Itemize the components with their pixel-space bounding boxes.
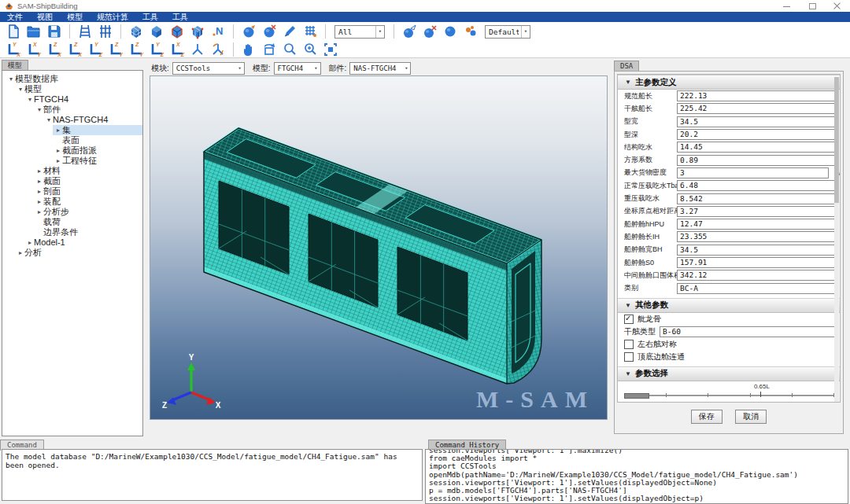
tab-model-tree[interactable]: 模型 bbox=[2, 60, 28, 71]
menu-item[interactable]: 工具 bbox=[165, 12, 195, 22]
rotate-triad-icon[interactable] bbox=[210, 42, 226, 57]
tree-item[interactable]: ▾ FTGCH4 bbox=[2, 94, 142, 105]
view-front-icon[interactable]: YX bbox=[6, 42, 21, 57]
tree-item[interactable]: ▸ 工程特征 bbox=[2, 156, 142, 166]
tree-item[interactable]: ▸ 集 bbox=[2, 125, 142, 135]
parameter-input[interactable]: 34.5 bbox=[677, 245, 835, 256]
view-iso2-icon[interactable]: YZ bbox=[149, 42, 164, 57]
tree-expand-arrow[interactable]: ▸ bbox=[54, 125, 62, 135]
close-button[interactable] bbox=[825, 0, 850, 12]
section-header-other-params[interactable]: ▼ 其他参数 bbox=[618, 298, 840, 313]
tree-item[interactable]: ▸ Model-1 bbox=[2, 237, 142, 248]
tree-item[interactable]: ▾ 模型 bbox=[2, 84, 142, 94]
message-panel[interactable]: The model database "D:/MarineW/Example10… bbox=[2, 449, 423, 501]
view-back-icon[interactable]: XY bbox=[26, 42, 42, 57]
save-button[interactable]: 保存 bbox=[691, 410, 722, 424]
element-filter-combo[interactable]: All▾ bbox=[334, 25, 385, 39]
parameter-slider[interactable] bbox=[624, 395, 833, 396]
tree-item[interactable]: 表面 bbox=[2, 135, 142, 145]
slider-handle[interactable] bbox=[624, 393, 649, 399]
axis-triad-icon[interactable] bbox=[190, 42, 205, 57]
view-bottom-icon[interactable]: ZX bbox=[67, 42, 83, 57]
sphere-plain-icon[interactable] bbox=[442, 24, 458, 39]
tree-expand-arrow[interactable]: ▸ bbox=[54, 156, 62, 166]
tree-expand-arrow[interactable]: ▸ bbox=[35, 207, 43, 217]
section-header-main-params[interactable]: ▼ 主参数定义 bbox=[618, 75, 840, 90]
tree-item[interactable]: ▸ 装配 bbox=[2, 197, 142, 207]
vertex-sphere-icon[interactable] bbox=[241, 24, 257, 39]
profile-grid-icon[interactable] bbox=[98, 24, 113, 39]
parameter-input[interactable]: 342.12 bbox=[677, 270, 835, 281]
wire-cube-red-icon[interactable] bbox=[169, 24, 185, 39]
command-history-panel[interactable]: session.viewports['Viewport: 1'].maximiz… bbox=[425, 449, 848, 504]
section-header-param-select[interactable]: ▼ 参数选择 bbox=[618, 366, 840, 381]
sphere-move-icon[interactable] bbox=[401, 24, 417, 39]
tree-expand-arrow[interactable]: ▾ bbox=[7, 74, 15, 84]
part-combo[interactable]: NAS-FTGCH4 ▾ bbox=[349, 62, 411, 75]
tree-item[interactable]: ▾ 部件 bbox=[2, 105, 142, 115]
model-combo[interactable]: FTGCH4 ▾ bbox=[274, 62, 321, 75]
solid-cube-icon[interactable] bbox=[149, 24, 164, 39]
tree-item[interactable]: ▸ 分析步 bbox=[2, 207, 142, 217]
minimize-button[interactable] bbox=[774, 0, 800, 12]
parameter-input[interactable]: 157.91 bbox=[677, 257, 835, 268]
parameter-input[interactable]: 20.2 bbox=[677, 129, 835, 140]
scrollbar-thumb[interactable] bbox=[834, 77, 839, 203]
maximize-button[interactable] bbox=[800, 0, 825, 12]
vertex-sphere-edit-icon[interactable] bbox=[261, 24, 277, 39]
parameter-input[interactable]: 23.355 bbox=[677, 231, 835, 242]
parameter-input[interactable]: 14.45 bbox=[677, 142, 835, 153]
mesh-cube-marked-icon[interactable] bbox=[190, 24, 205, 39]
view-top-icon[interactable]: ZX bbox=[46, 42, 62, 57]
tree-expand-arrow[interactable]: ▾ bbox=[35, 105, 43, 115]
tree-item[interactable]: 载荷 bbox=[2, 217, 142, 227]
parameter-input[interactable]: 6.48 bbox=[677, 180, 835, 191]
scrollbar[interactable] bbox=[834, 77, 839, 403]
pan-hand-icon[interactable] bbox=[241, 42, 257, 57]
tree-expand-arrow[interactable]: ▸ bbox=[35, 186, 43, 197]
view-left-icon[interactable]: YZ bbox=[87, 42, 103, 57]
cancel-button[interactable]: 取消 bbox=[735, 410, 767, 424]
tab-dsa[interactable]: DSA bbox=[614, 61, 639, 72]
parameter-input[interactable]: 225.42 bbox=[677, 103, 835, 114]
tree-expand-arrow[interactable]: ▸ bbox=[54, 145, 62, 156]
color-points-icon[interactable] bbox=[463, 24, 479, 39]
fit-view-icon[interactable] bbox=[323, 42, 338, 57]
save-icon[interactable] bbox=[46, 24, 62, 39]
edit-pencil-icon[interactable] bbox=[282, 24, 298, 39]
parameter-input[interactable]: BC-A bbox=[677, 283, 835, 294]
sphere-delete-icon[interactable] bbox=[422, 24, 438, 39]
3d-viewport[interactable]: Y X Z M-SAM bbox=[150, 75, 608, 420]
tree-expand-arrow[interactable]: ▾ bbox=[26, 94, 34, 105]
tree-item[interactable]: ▾ NAS-FTGCH4 bbox=[2, 115, 142, 125]
rotate-view-icon[interactable] bbox=[261, 42, 277, 57]
checkbox[interactable] bbox=[624, 352, 634, 362]
parameter-input[interactable]: 12.47 bbox=[677, 219, 835, 230]
tree-expand-arrow[interactable]: ▸ bbox=[26, 237, 34, 248]
tree-item[interactable]: ▸ 剖面 bbox=[2, 186, 142, 197]
tree-expand-arrow[interactable]: ▸ bbox=[35, 176, 43, 186]
module-combo[interactable]: CCSTools ▾ bbox=[172, 62, 245, 75]
tree-item[interactable]: ▸ 分析 bbox=[2, 248, 142, 258]
zoom-in-icon[interactable] bbox=[302, 42, 318, 57]
tree-expand-arrow[interactable]: ▸ bbox=[35, 166, 43, 176]
normals-icon[interactable]: N bbox=[210, 24, 226, 39]
tree-expand-arrow[interactable]: ▸ bbox=[35, 197, 43, 207]
view-iso1-icon[interactable]: ZY bbox=[128, 42, 144, 57]
menu-item[interactable]: 规范计算 bbox=[90, 12, 135, 22]
render-style-combo[interactable]: Default▾ bbox=[485, 25, 530, 39]
parameter-input[interactable]: 0.89 bbox=[677, 155, 835, 166]
parameter-input[interactable]: 3 bbox=[677, 167, 829, 178]
tree-expand-arrow[interactable]: ▾ bbox=[45, 115, 53, 125]
tree-expand-arrow[interactable]: ▸ bbox=[17, 248, 24, 258]
tree-item[interactable]: ▾ 模型数据库 bbox=[2, 74, 142, 84]
zoom-icon[interactable] bbox=[282, 42, 298, 57]
open-file-icon[interactable] bbox=[26, 24, 42, 39]
parameter-input[interactable]: B-60 bbox=[660, 326, 835, 337]
menu-item[interactable]: 文件 bbox=[0, 12, 30, 22]
menu-item[interactable]: 视图 bbox=[30, 12, 60, 22]
mesh-cube-icon[interactable] bbox=[128, 24, 144, 39]
tree-item[interactable]: ▸ 截面指派 bbox=[2, 145, 142, 156]
menu-item[interactable]: 模型 bbox=[60, 12, 90, 22]
new-file-icon[interactable] bbox=[6, 24, 21, 39]
